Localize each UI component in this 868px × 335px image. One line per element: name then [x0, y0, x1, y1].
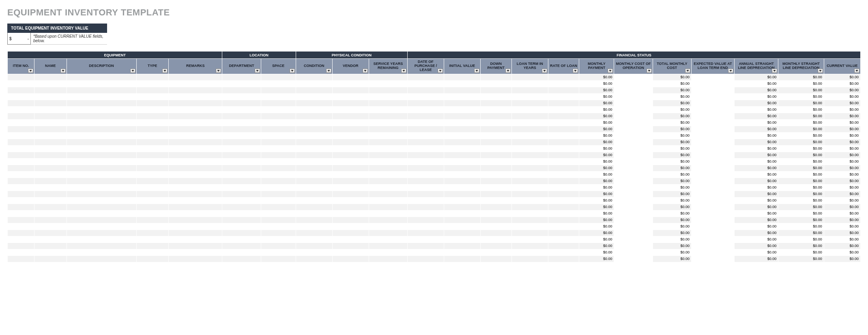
cell-rate-of-loan[interactable] [548, 126, 579, 132]
cell-space[interactable] [261, 236, 296, 243]
filter-dropdown-icon[interactable] [854, 69, 859, 73]
cell-service-years[interactable] [369, 256, 407, 262]
cell-type[interactable] [136, 204, 168, 210]
cell-service-years[interactable] [369, 139, 407, 145]
cell-name[interactable] [34, 178, 67, 184]
cell-rate-of-loan[interactable] [548, 236, 579, 243]
cell-total-monthly-cost[interactable]: $0.00 [653, 249, 691, 256]
cell-monthly-cost-op[interactable] [614, 171, 653, 178]
filter-dropdown-icon[interactable] [60, 69, 66, 73]
cell-space[interactable] [261, 178, 296, 184]
cell-date-purchase[interactable] [407, 106, 444, 113]
cell-department[interactable] [222, 152, 261, 158]
cell-loan-term[interactable] [511, 210, 548, 217]
cell-expected-value[interactable] [691, 204, 734, 210]
cell-initial-value[interactable] [444, 178, 480, 184]
cell-initial-value[interactable] [444, 249, 480, 256]
cell-type[interactable] [136, 243, 168, 249]
cell-condition[interactable] [296, 87, 332, 93]
cell-condition[interactable] [296, 158, 332, 165]
cell-space[interactable] [261, 126, 296, 132]
cell-item-no[interactable] [8, 210, 34, 217]
cell-monthly-cost-op[interactable] [614, 256, 653, 262]
cell-monthly-sl-dep[interactable]: $0.00 [778, 256, 824, 262]
cell-remarks[interactable] [168, 223, 222, 230]
cell-date-purchase[interactable] [407, 184, 444, 191]
cell-description[interactable] [67, 230, 136, 236]
cell-monthly-payment[interactable]: $0.00 [579, 230, 614, 236]
cell-item-no[interactable] [8, 119, 34, 126]
cell-condition[interactable] [296, 100, 332, 106]
cell-item-no[interactable] [8, 139, 34, 145]
cell-condition[interactable] [296, 197, 332, 204]
cell-expected-value[interactable] [691, 236, 734, 243]
cell-department[interactable] [222, 204, 261, 210]
cell-monthly-payment[interactable]: $0.00 [579, 243, 614, 249]
cell-rate-of-loan[interactable] [548, 178, 579, 184]
cell-department[interactable] [222, 132, 261, 139]
cell-remarks[interactable] [168, 119, 222, 126]
cell-rate-of-loan[interactable] [548, 191, 579, 197]
cell-monthly-cost-op[interactable] [614, 152, 653, 158]
cell-monthly-cost-op[interactable] [614, 204, 653, 210]
cell-condition[interactable] [296, 223, 332, 230]
cell-department[interactable] [222, 210, 261, 217]
cell-down-payment[interactable] [480, 243, 511, 249]
cell-remarks[interactable] [168, 113, 222, 119]
cell-department[interactable] [222, 87, 261, 93]
cell-date-purchase[interactable] [407, 223, 444, 230]
cell-expected-value[interactable] [691, 191, 734, 197]
cell-date-purchase[interactable] [407, 152, 444, 158]
cell-monthly-cost-op[interactable] [614, 217, 653, 223]
cell-down-payment[interactable] [480, 204, 511, 210]
filter-dropdown-icon[interactable] [505, 69, 511, 73]
cell-initial-value[interactable] [444, 139, 480, 145]
cell-current-value[interactable]: $0.00 [824, 236, 860, 243]
cell-department[interactable] [222, 145, 261, 152]
cell-vendor[interactable] [332, 184, 369, 191]
cell-monthly-payment[interactable]: $0.00 [579, 204, 614, 210]
cell-item-no[interactable] [8, 93, 34, 100]
cell-current-value[interactable]: $0.00 [824, 243, 860, 249]
cell-space[interactable] [261, 113, 296, 119]
cell-expected-value[interactable] [691, 74, 734, 80]
cell-rate-of-loan[interactable] [548, 106, 579, 113]
cell-expected-value[interactable] [691, 152, 734, 158]
cell-department[interactable] [222, 126, 261, 132]
cell-current-value[interactable]: $0.00 [824, 158, 860, 165]
cell-type[interactable] [136, 171, 168, 178]
cell-type[interactable] [136, 230, 168, 236]
cell-loan-term[interactable] [511, 191, 548, 197]
cell-vendor[interactable] [332, 223, 369, 230]
cell-type[interactable] [136, 165, 168, 171]
cell-name[interactable] [34, 132, 67, 139]
cell-total-monthly-cost[interactable]: $0.00 [653, 243, 691, 249]
cell-monthly-sl-dep[interactable]: $0.00 [778, 139, 824, 145]
cell-monthly-cost-op[interactable] [614, 210, 653, 217]
cell-name[interactable] [34, 236, 67, 243]
cell-service-years[interactable] [369, 74, 407, 80]
cell-item-no[interactable] [8, 223, 34, 230]
cell-name[interactable] [34, 217, 67, 223]
cell-initial-value[interactable] [444, 158, 480, 165]
cell-down-payment[interactable] [480, 74, 511, 80]
cell-total-monthly-cost[interactable]: $0.00 [653, 126, 691, 132]
cell-monthly-cost-op[interactable] [614, 106, 653, 113]
cell-monthly-cost-op[interactable] [614, 145, 653, 152]
cell-department[interactable] [222, 191, 261, 197]
cell-down-payment[interactable] [480, 113, 511, 119]
cell-vendor[interactable] [332, 126, 369, 132]
cell-remarks[interactable] [168, 171, 222, 178]
summary-amount-cell[interactable]: $ - [7, 33, 31, 45]
cell-monthly-cost-op[interactable] [614, 243, 653, 249]
filter-dropdown-icon[interactable] [772, 69, 777, 73]
cell-description[interactable] [67, 165, 136, 171]
cell-space[interactable] [261, 152, 296, 158]
cell-vendor[interactable] [332, 106, 369, 113]
cell-rate-of-loan[interactable] [548, 158, 579, 165]
cell-current-value[interactable]: $0.00 [824, 132, 860, 139]
cell-service-years[interactable] [369, 158, 407, 165]
cell-type[interactable] [136, 152, 168, 158]
cell-description[interactable] [67, 223, 136, 230]
cell-condition[interactable] [296, 139, 332, 145]
